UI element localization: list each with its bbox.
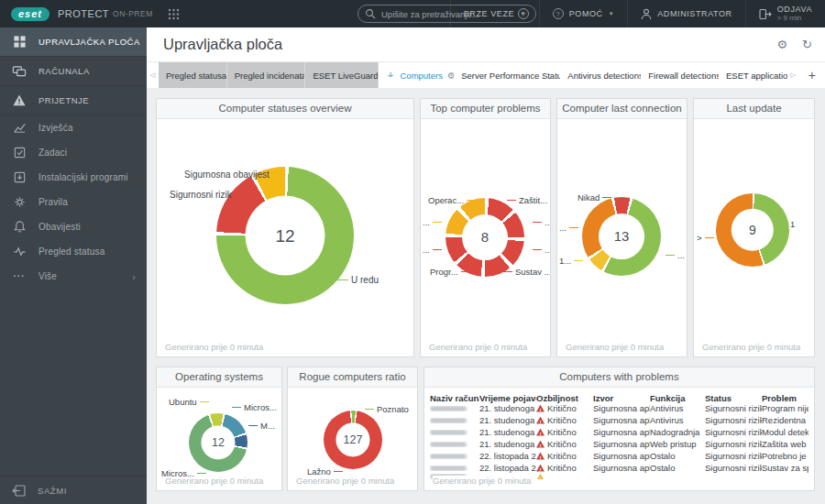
- card-title[interactable]: Last update: [694, 99, 814, 119]
- computer-name-cell: [430, 430, 479, 435]
- rogue-computers-donut[interactable]: 127: [324, 411, 382, 469]
- collapse-icon: [12, 485, 26, 497]
- dashboard-body: Computer statuses overview 12 Sigurnosna…: [147, 88, 825, 504]
- sidebar-collapse-button[interactable]: SAŽMI: [0, 476, 147, 504]
- sidebar-item-vise[interactable]: ···Više›: [0, 264, 147, 289]
- card-computer-statuses-overview: Computer statuses overview 12 Sigurnosna…: [156, 98, 414, 357]
- source-cell: Sigurnosna apli...: [593, 415, 650, 425]
- chevron-right-icon: ›: [132, 271, 136, 282]
- sidebar-item-prijetnje[interactable]: PRIJETNJE: [0, 86, 147, 115]
- tab-settings-icon[interactable]: ⚙: [447, 71, 454, 81]
- source-cell: Sigurnosna apli...: [593, 427, 650, 437]
- sidebar-item-label: PRIJETNJE: [38, 95, 89, 105]
- sidebar-item-pregled-statusa[interactable]: Pregled statusa: [0, 239, 147, 264]
- table-row[interactable]: 22. listopada 2...KritičnoSigurnosna apl…: [430, 462, 812, 474]
- segment-label: Progr...: [430, 267, 470, 277]
- segment-label: Operac...: [428, 195, 476, 205]
- generated-note: Generirano prije 0 minuta: [429, 342, 527, 352]
- tab-firewall-detections[interactable]: Firewall detections: [641, 62, 719, 88]
- function-cell: Antivirus: [650, 415, 705, 425]
- tab-pregled-incidenata[interactable]: Pregled incidenata: [227, 62, 306, 88]
- table-row[interactable]: 21. studenoga ...KritičnoSigurnosna apli…: [430, 426, 812, 438]
- scroll-tabs-right-icon[interactable]: ▷: [787, 62, 799, 88]
- generated-note: Generirano prije 0 minuta: [296, 476, 394, 486]
- table-row[interactable]: 21. studenoga ...KritičnoSigurnosna apli…: [430, 414, 812, 426]
- sidebar-item-upravljacka-ploca[interactable]: UPRAVLJAČKA PLOČA: [0, 27, 147, 57]
- severity-cell: Kritično: [536, 463, 593, 473]
- dashboard-settings-icon[interactable]: ⚙: [776, 38, 787, 51]
- tab-eset-liveguard[interactable]: ESET LiveGuard: [305, 62, 378, 88]
- card-title[interactable]: Rogue computers ratio: [288, 367, 417, 388]
- tab-server-performance-status[interactable]: Server Performance Status: [454, 62, 560, 88]
- severity-cell: Kritično: [536, 427, 593, 437]
- tab-eset-applicatio[interactable]: ESET applicatio: [719, 62, 787, 88]
- segment-label-poznato: Poznato: [365, 404, 409, 414]
- card-title[interactable]: Computer last connection: [557, 99, 687, 119]
- reports-icon: [12, 121, 27, 136]
- tab-antivirus-detections[interactable]: Antivirus detections: [560, 62, 641, 88]
- segment-label-ubuntu: Ubuntu: [169, 397, 209, 407]
- redacted-computer-name: [430, 466, 467, 471]
- redacted-computer-name: [430, 418, 467, 423]
- table-row[interactable]: 21. studenoga ...KritičnoSigurnosna apli…: [430, 438, 812, 450]
- generated-note: Generirano prije 0 minuta: [165, 342, 263, 352]
- move-tab-icon[interactable]: ↔↕: [386, 71, 396, 81]
- card-title[interactable]: Operating systems: [157, 367, 281, 388]
- logout-button[interactable]: ODJAVA > 9 min: [745, 0, 825, 27]
- computer-name-cell: [430, 454, 479, 459]
- tab-computers[interactable]: ↔↕Computers⚙: [379, 62, 455, 88]
- segment-label-sigurnosna-obavijest: Sigurnosna obavijest: [184, 170, 286, 180]
- search-icon: [365, 8, 376, 19]
- dashboard-icon: [12, 35, 27, 49]
- help-menu[interactable]: ? POMOĆ▼: [539, 0, 628, 27]
- search-input[interactable]: [381, 9, 512, 19]
- last-connection-donut[interactable]: 13: [582, 197, 661, 276]
- segment-label: ...: [423, 217, 442, 227]
- product-edition: ON-PREM: [113, 9, 153, 18]
- generated-note: Generirano prije 0 minuta: [566, 342, 664, 352]
- top-problems-donut[interactable]: 8: [446, 198, 524, 277]
- user-menu[interactable]: ADMINISTRATOR: [627, 0, 744, 27]
- app-grid-icon[interactable]: [168, 8, 180, 20]
- operating-systems-donut[interactable]: 12: [189, 413, 248, 472]
- sidebar-item-izvjesca[interactable]: Izvješća: [0, 115, 147, 140]
- sidebar-item-racunala[interactable]: RAČUNALA: [0, 57, 147, 86]
- segment-label: ...: [533, 217, 550, 227]
- problem-cell: Rezidentna zaš...: [762, 415, 808, 425]
- segment-label: M...: [248, 421, 275, 431]
- computer-statuses-donut[interactable]: 12: [216, 167, 354, 304]
- severity-icon: [536, 474, 544, 479]
- tab-pregled-statusa[interactable]: Pregled statusa: [159, 62, 227, 88]
- sidebar-item-label: Pravila: [38, 197, 68, 207]
- segment-label: ...: [423, 245, 442, 255]
- donut-total: 12: [201, 425, 235, 459]
- status-cell: Sigurnosni rizik: [705, 451, 762, 461]
- card-top-computer-problems: Top computer problems 8 Zaštit... ... ..…: [420, 98, 551, 357]
- donut-total: 12: [246, 196, 325, 276]
- refresh-icon[interactable]: ↻: [802, 38, 812, 51]
- card-operating-systems: Operating systems 12 Micros... M... Micr…: [156, 367, 282, 491]
- table-row[interactable]: 21. studenoga ...KritičnoSigurnosna apli…: [430, 402, 812, 414]
- segment-label-u-redu: U redu: [335, 275, 379, 285]
- add-dashboard-button[interactable]: +: [799, 62, 825, 88]
- card-title[interactable]: Computer statuses overview: [157, 99, 413, 119]
- sidebar-item-zadaci[interactable]: Zadaci: [0, 140, 147, 165]
- sidebar-item-pravila[interactable]: Pravila: [0, 190, 147, 214]
- scroll-tabs-left-icon[interactable]: ◁: [147, 62, 159, 88]
- problem-cell: Potrebno je po...: [762, 451, 808, 461]
- card-title[interactable]: Top computer problems: [421, 99, 550, 119]
- donut-total: 127: [336, 422, 369, 456]
- severity-icon: [536, 417, 544, 424]
- sidebar-item-instalacijski-programi[interactable]: Instalacijski programi: [0, 165, 147, 190]
- segment-label: Sustav ...: [503, 267, 550, 277]
- search-box[interactable]: ?: [358, 5, 536, 23]
- sidebar-item-obavijesti[interactable]: Obavijesti: [0, 214, 147, 239]
- last-update-donut[interactable]: 9: [716, 193, 789, 267]
- card-title[interactable]: Computers with problems: [424, 367, 814, 388]
- chevron-down-icon: ▼: [609, 11, 615, 16]
- table-row[interactable]: 22. listopada 2...KritičnoSigurnosna apl…: [430, 450, 812, 462]
- segment-label: >: [697, 233, 714, 243]
- donut-total: 8: [462, 214, 508, 260]
- generated-note: Generirano prije 0 minuta: [433, 476, 534, 486]
- search-help-icon[interactable]: ?: [518, 8, 529, 19]
